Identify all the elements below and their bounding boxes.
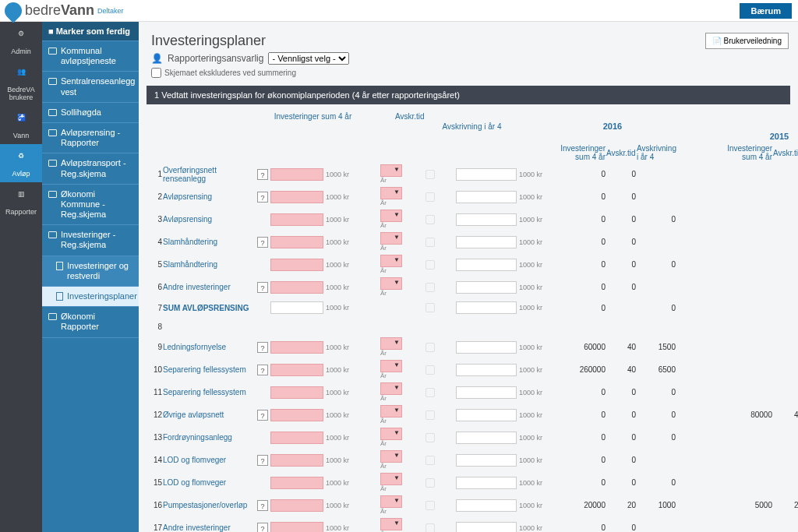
help-icon[interactable]: ? — [257, 169, 268, 180]
avskr-select[interactable] — [380, 473, 402, 485]
sidebar-item-4[interactable]: Avløpstransport - Reg.skjema — [42, 153, 139, 184]
help-icon[interactable]: ? — [257, 237, 268, 248]
avskr-input[interactable] — [456, 432, 517, 444]
avskr-select[interactable] — [380, 337, 402, 350]
avskr-select[interactable] — [380, 495, 402, 508]
avskr-select[interactable] — [380, 360, 402, 372]
lock-icon — [425, 192, 435, 202]
help-icon[interactable]: ? — [257, 455, 268, 466]
table-row: 14LOD og flomveger?1000 krÅr1000 kr00 — [148, 449, 789, 471]
help-icon[interactable]: ? — [257, 192, 268, 203]
rail-vann[interactable]: 🚰Vann — [0, 106, 42, 144]
avskr-input[interactable] — [456, 364, 517, 376]
avskr-input[interactable] — [456, 454, 517, 467]
avskr-select[interactable] — [380, 277, 402, 290]
investment-input[interactable] — [270, 213, 323, 226]
investment-input[interactable] — [270, 236, 323, 248]
avskr-input[interactable] — [456, 301, 517, 314]
investment-input[interactable] — [270, 522, 323, 533]
help-icon[interactable]: ? — [257, 523, 268, 533]
avskr-input[interactable] — [456, 168, 517, 181]
exclude-checkbox[interactable] — [151, 68, 161, 78]
avskr-input[interactable] — [456, 259, 517, 271]
help-icon[interactable]: ? — [257, 365, 268, 375]
rail-avlop[interactable]: ♻Avløp — [0, 144, 42, 182]
avskr-select[interactable] — [380, 450, 402, 463]
investment-input[interactable] — [270, 477, 323, 489]
lock-icon — [425, 343, 435, 352]
avskr-input[interactable] — [456, 236, 517, 248]
investment-input[interactable] — [270, 341, 323, 354]
investment-input[interactable] — [270, 409, 323, 421]
row-label: Pumpestasjoner/overløp — [163, 501, 256, 509]
avskr-select[interactable] — [380, 428, 402, 440]
sidebar-item-3[interactable]: Avløpsrensing - Rapporter — [42, 123, 139, 153]
sidebar-item-0[interactable]: Kommunal avløpstjeneste — [42, 41, 139, 72]
rail-admin[interactable]: ⚙Admin — [0, 22, 42, 60]
responsible-select[interactable]: - Vennligst velg - — [268, 52, 349, 65]
row-number: 14 — [148, 456, 162, 464]
recycle-icon: ♻ — [13, 152, 29, 167]
investment-input[interactable] — [270, 432, 323, 444]
sidenav-header[interactable]: ■ Marker som ferdig — [42, 22, 139, 41]
investment-input[interactable] — [270, 454, 323, 467]
table-row: 4Slamhåndtering?1000 krÅr1000 kr00 — [148, 231, 789, 253]
sidebar-item-2[interactable]: Sollihøgda — [42, 103, 139, 123]
avskr-input[interactable] — [456, 386, 517, 399]
row-number: 4 — [148, 238, 162, 246]
section-tab[interactable]: 1 Vedtatt investeringsplan for økonomipl… — [147, 86, 790, 104]
sidebar-item-7[interactable]: Investeringer og restverdi — [42, 256, 139, 287]
row-number: 12 — [148, 410, 162, 419]
lock-icon — [425, 365, 435, 375]
guide-button[interactable]: 📄 Brukerveiledning — [705, 33, 789, 49]
help-icon[interactable]: ? — [257, 410, 268, 421]
avskr-input[interactable] — [456, 522, 517, 533]
avskr-select[interactable] — [380, 405, 402, 417]
sidebar-item-6[interactable]: Investeringer - Reg.skjema — [42, 225, 139, 255]
row-number: 16 — [148, 501, 162, 509]
sidebar-item-8[interactable]: Investeringsplaner — [42, 287, 139, 307]
sidebar-item-1[interactable]: Sentralrenseanlegg vest — [42, 72, 139, 102]
investment-input[interactable] — [270, 281, 323, 294]
investment-input[interactable] — [270, 259, 323, 271]
folder-icon — [48, 313, 57, 320]
avskr-select[interactable] — [380, 187, 402, 199]
sidebar-item-9[interactable]: Økonomi Rapporter — [42, 307, 139, 337]
avskr-input[interactable] — [456, 341, 517, 354]
rail-rapporter[interactable]: ▥Rapporter — [0, 182, 42, 220]
help-icon[interactable]: ? — [257, 342, 268, 353]
sidebar-item-5[interactable]: Økonomi Kommune - Reg.skjema — [42, 185, 139, 226]
investment-input[interactable] — [270, 301, 323, 314]
avskr-select[interactable] — [380, 382, 402, 395]
folder-icon — [48, 109, 57, 116]
row-label: LOD og flomveger — [163, 456, 256, 464]
avskr-select[interactable] — [380, 164, 402, 177]
table-row: 2Avløpsrensing?1000 krÅr1000 kr00 — [148, 185, 789, 208]
avskr-input[interactable] — [456, 499, 517, 512]
avskr-input[interactable] — [456, 191, 517, 203]
avskr-input[interactable] — [456, 409, 517, 421]
investment-input[interactable] — [270, 191, 323, 203]
avskr-select[interactable] — [380, 232, 402, 245]
avskr-select[interactable] — [380, 210, 402, 222]
row-number: 8 — [148, 322, 162, 331]
investment-input[interactable] — [270, 386, 323, 399]
row-label: LOD og flomveger — [163, 478, 256, 487]
avskr-input[interactable] — [456, 477, 517, 489]
avskr-input[interactable] — [456, 213, 517, 226]
icon-rail: ⚙Admin 👥BedreVA brukere 🚰Vann ♻Avløp ▥Ra… — [0, 22, 42, 532]
investment-input[interactable] — [270, 364, 323, 376]
row-label: Separering fellessystem — [163, 365, 256, 374]
row-number: 7 — [148, 304, 162, 312]
avskr-select[interactable] — [380, 255, 402, 267]
investment-input[interactable] — [270, 499, 323, 512]
responsible-label: Rapporteringsansvarlig — [168, 53, 263, 64]
avskr-select[interactable] — [380, 518, 402, 530]
table-row: 16Pumpestasjoner/overløp?1000 krÅr1000 k… — [148, 494, 789, 516]
avskr-input[interactable] — [456, 281, 517, 294]
rail-users[interactable]: 👥BedreVA brukere — [0, 60, 42, 106]
help-icon[interactable]: ? — [257, 500, 268, 511]
investment-input[interactable] — [270, 168, 323, 181]
help-icon[interactable]: ? — [257, 282, 268, 293]
exclude-checkbox-row[interactable]: Skjemaet ekskluderes ved summering — [151, 68, 786, 78]
